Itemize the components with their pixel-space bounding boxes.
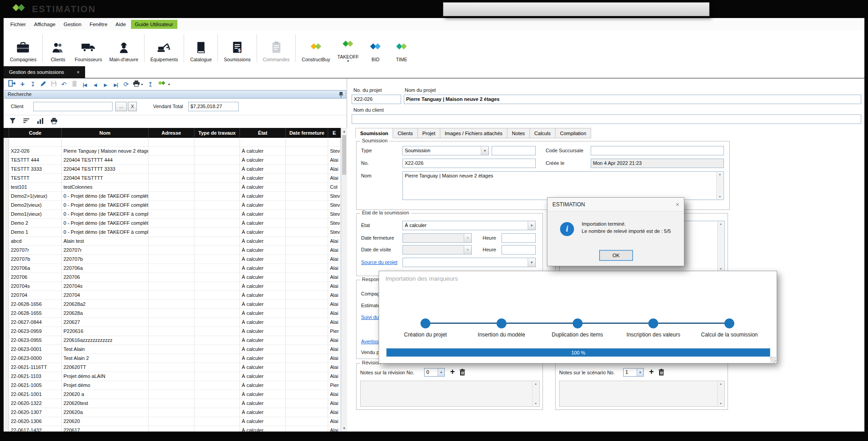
revision-notes-textarea[interactable]: ▲▼ [360, 381, 540, 407]
client-browse-button[interactable]: ... [115, 102, 127, 111]
row-selector[interactable] [4, 147, 9, 155]
summary-button[interactable] [23, 118, 30, 126]
save-button[interactable] [50, 80, 57, 89]
toolbar-item-takeoff[interactable]: TAKEOFF▼ [334, 30, 362, 66]
row-selector[interactable] [4, 183, 9, 191]
resize-grip-icon[interactable] [770, 357, 776, 363]
column-header-date-fermeture[interactable]: Date fermeture [286, 128, 328, 138]
toolbar-item-clients[interactable]: Clients [45, 30, 71, 66]
print-button[interactable]: ▼ [133, 80, 144, 89]
toolbar-item-equipements[interactable]: Équipements [147, 30, 181, 66]
source-projet-link[interactable]: Source du projet [361, 259, 398, 265]
table-row[interactable]: 220707r220707rÀ calculerAlai [4, 246, 341, 255]
tab-soumission[interactable]: Soumission [355, 128, 393, 138]
table-row[interactable]: 22-0621-1005Projet démoÀ calculerPier [4, 381, 341, 390]
table-row[interactable]: 22-0621-1103Projet démo aLAINÀ calculerA… [4, 372, 341, 381]
source-projet-select[interactable]: ▼ [402, 258, 536, 267]
code-succursale-field[interactable] [591, 146, 724, 155]
add-scenario-button[interactable]: + [647, 367, 656, 376]
toolbar-item-commandes[interactable]: Commandes [259, 30, 294, 66]
toolbar-item-main-d-uvre[interactable]: Main-d'œuvre [106, 30, 142, 66]
row-selector[interactable] [4, 318, 9, 327]
table-row[interactable]: 220704s220704sÀ calculerAlai [4, 282, 341, 291]
menu-item-guide-utilisateur[interactable]: Guide Utilisateur [131, 20, 177, 29]
add-button[interactable]: + [19, 80, 26, 88]
toolbar-item-time[interactable]: TIME [389, 30, 415, 66]
scroll-up-icon[interactable]: ▲ [341, 128, 347, 135]
row-selector[interactable] [4, 291, 9, 300]
first-record-button[interactable]: |◀ [81, 80, 88, 88]
table-row[interactable]: Demo2(vieux)0 - Projet démo (de TAKEOFF … [4, 201, 341, 210]
textarea-scrollbar[interactable]: ▲▼ [532, 382, 539, 406]
table-row[interactable]: TESTTT220404 TESTTTTÀ calculerAlai [4, 174, 341, 183]
table-row[interactable]: 220706a220706aÀ calculerAlai [4, 264, 341, 273]
undo-button[interactable]: ↶ [60, 80, 68, 88]
textarea-scrollbar[interactable]: ▲▼ [716, 172, 723, 199]
date-fermeture-select[interactable]: ▼ [402, 233, 472, 243]
tab-close-icon[interactable]: × [77, 69, 79, 75]
scroll-down-icon[interactable]: ▼ [341, 425, 347, 432]
client-name-field[interactable] [352, 114, 861, 124]
row-selector[interactable] [4, 264, 9, 273]
toolbar-item-constructbuy[interactable]: ConstructBuy [298, 30, 334, 66]
row-selector[interactable] [4, 309, 9, 318]
export-button[interactable]: ↥ [147, 80, 154, 88]
table-row[interactable]: 22-0620-1322220620testÀ calculerAlai [4, 399, 341, 408]
table-row[interactable]: TESTTT 444220404 TESTTTT 444À calculerAl… [4, 156, 341, 165]
row-selector[interactable] [4, 273, 9, 282]
row-selector[interactable] [4, 156, 9, 164]
tab-images-fichiers-attaches[interactable]: Images / Fichiers attachés [440, 128, 507, 138]
add-revision-button[interactable]: + [448, 367, 457, 376]
client-clear-button[interactable]: X [128, 102, 137, 111]
menu-item-fenetre[interactable]: Fenêtre [86, 20, 112, 29]
textarea-scrollbar[interactable]: ▲▼ [717, 222, 724, 271]
type-select[interactable]: Soumission▼ [402, 146, 489, 155]
row-selector[interactable] [4, 201, 9, 209]
row-selector[interactable] [4, 174, 9, 182]
row-selector[interactable] [4, 282, 9, 291]
tab-notes[interactable]: Notes [507, 128, 530, 138]
column-header-adresse[interactable]: Adresse [149, 128, 194, 138]
row-selector[interactable] [4, 381, 9, 390]
etat-select[interactable]: À calculer▼ [402, 221, 536, 230]
menu-item-affichage[interactable]: Affichage [30, 20, 60, 29]
soumission-nom-textarea[interactable]: Pierre Tanguay | Maison neuve 2 étages ▲… [402, 171, 724, 200]
column-header-etat[interactable]: État [240, 128, 286, 138]
import-button[interactable]: ↧ [29, 80, 36, 88]
table-row[interactable]: 220704220704À calculerAlai [4, 291, 341, 300]
revision-no-select[interactable]: 0▼ [424, 368, 445, 377]
column-header-type-travaux[interactable]: Type de travaux [194, 128, 240, 138]
delete-button[interactable] [71, 80, 78, 89]
row-selector[interactable] [4, 246, 9, 255]
column-header-nom[interactable]: Nom [62, 128, 149, 138]
table-row[interactable]: 22-0620-1306220620À calculerAlai [4, 417, 341, 426]
next-record-button[interactable]: ▶ [102, 80, 109, 88]
table-row[interactable]: Demo1(vieux)0 - Projet démo (de TAKEOFF … [4, 210, 341, 219]
filter-button[interactable] [9, 117, 16, 126]
table-row[interactable]: 22-0621-1116TT220620TTÀ calculerAlai [4, 363, 341, 372]
scenario-no-select[interactable]: 1▼ [623, 368, 644, 377]
row-selector[interactable] [4, 426, 9, 432]
soumission-no-field[interactable]: X22-026 [402, 159, 536, 168]
print-grid-button[interactable] [50, 118, 58, 126]
toolbar-item-compagnies[interactable]: Compagnies [6, 30, 40, 66]
row-selector[interactable] [4, 228, 9, 236]
heure-visite-field[interactable] [502, 245, 536, 255]
table-row[interactable]: TESTTT 3333220404 TESTTTT 3333À calculer… [4, 165, 341, 174]
row-selector[interactable] [4, 417, 9, 426]
toolbar-item-bid[interactable]: BID [362, 30, 389, 66]
floating-window-fragment[interactable] [443, 2, 710, 16]
tab-projet[interactable]: Projet [418, 128, 440, 138]
toolbar-item-catalogue[interactable]: Catalogue [186, 30, 215, 66]
toolbar-item-fournisseurs[interactable]: Fournisseurs [71, 30, 106, 66]
table-row[interactable]: 220707b220707bÀ calculerAlai [4, 255, 341, 264]
close-icon[interactable]: × [676, 198, 679, 211]
row-selector[interactable] [4, 336, 9, 345]
ok-button[interactable]: OK [599, 250, 633, 261]
table-row[interactable]: 22-0627-0844220627À calculerAlai [4, 318, 341, 327]
tab-compilation[interactable]: Compilation [556, 128, 591, 138]
last-record-button[interactable]: ▶| [112, 80, 119, 88]
table-row[interactable]: X22-026Pierre Tanguay | Maison neuve 2 é… [4, 147, 341, 156]
brand-button[interactable]: ▼ [157, 80, 171, 89]
table-row[interactable]: 22-0628-1655220628aÀ calculerAlai [4, 309, 341, 318]
